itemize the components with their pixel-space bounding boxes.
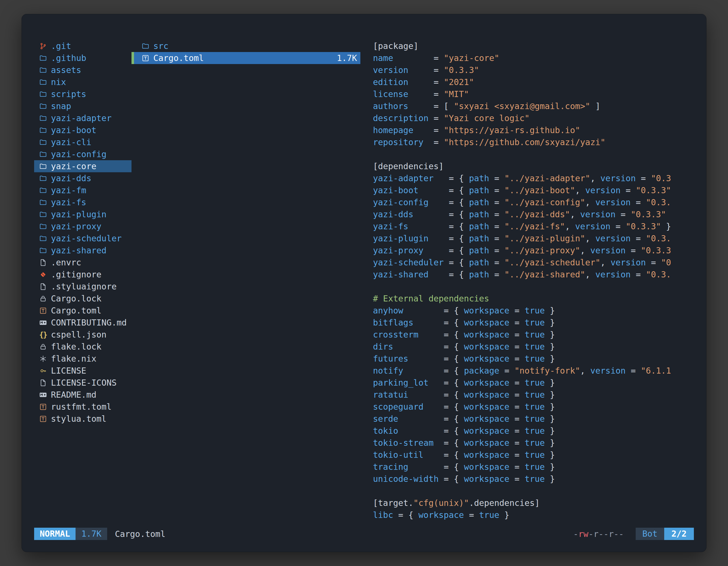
file-name: .gitignore: [51, 270, 102, 280]
position-label-badge: Bot: [636, 528, 664, 540]
toml-icon: [141, 54, 150, 63]
parent-row-yazi-shared[interactable]: yazi-shared: [34, 245, 131, 257]
folder-icon: [39, 150, 48, 159]
parent-row-.git[interactable]: .git: [34, 40, 131, 52]
file-name: CONTRIBUTING.md: [51, 318, 127, 327]
parent-row-yazi-fs[interactable]: yazi-fs: [34, 196, 131, 208]
git-icon: [39, 270, 48, 279]
current-row-src[interactable]: src: [131, 40, 360, 52]
file-name: yazi-config: [51, 149, 107, 159]
parent-row-yazi-fm[interactable]: yazi-fm: [34, 184, 131, 196]
parent-row-yazi-dds[interactable]: yazi-dds: [34, 172, 131, 184]
preview-line: homepage = "https://yazi-rs.github.io": [373, 124, 694, 136]
toml-icon: [39, 402, 48, 411]
folder-icon: [39, 114, 48, 123]
parent-row-yazi-boot[interactable]: yazi-boot: [34, 124, 131, 136]
preview-line: license = "MIT": [373, 88, 694, 100]
preview-line: description = "Yazi core logic": [373, 112, 694, 124]
lock-icon: [39, 294, 48, 303]
parent-row-README.md[interactable]: README.md: [34, 389, 131, 401]
parent-row-.envrc[interactable]: .envrc: [34, 257, 131, 269]
parent-row-Cargo.toml[interactable]: Cargo.toml: [34, 304, 131, 316]
folder-icon: [39, 222, 48, 231]
parent-row-cspell.json[interactable]: {}cspell.json: [34, 328, 131, 340]
preview-line: yazi-boot = { path = "../yazi-boot", ver…: [373, 184, 694, 196]
parent-row-stylua.toml[interactable]: stylua.toml: [34, 413, 131, 425]
file-name: yazi-shared: [51, 246, 107, 255]
parent-row-LICENSE[interactable]: LICENSE: [34, 365, 131, 377]
nix-icon: [39, 354, 48, 363]
preview-line: yazi-shared = { path = "../yazi-shared",…: [373, 269, 694, 281]
parent-row-CONTRIBUTING.md[interactable]: CONTRIBUTING.md: [34, 316, 131, 328]
parent-row-snap[interactable]: snap: [34, 100, 131, 112]
file-name: yazi-core: [51, 161, 97, 171]
parent-row-yazi-adapter[interactable]: yazi-adapter: [34, 112, 131, 124]
preview-line: anyhow = { workspace = true }: [373, 304, 694, 316]
file-name: rustfmt.toml: [51, 402, 112, 412]
parent-row-rustfmt.toml[interactable]: rustfmt.toml: [34, 401, 131, 413]
current-row-Cargo.toml[interactable]: Cargo.toml1.7K: [131, 52, 360, 64]
hover-marker: [131, 52, 134, 64]
preview-line: [package]: [373, 40, 694, 52]
status-right-group: -rw-r--r-- Bot 2/2: [573, 528, 694, 540]
lock-icon: [39, 342, 48, 351]
parent-row-Cargo.lock[interactable]: Cargo.lock: [34, 292, 131, 304]
parent-row-yazi-core[interactable]: yazi-core: [34, 160, 131, 172]
preview-line: tracing = { workspace = true }: [373, 461, 694, 473]
parent-row-flake.nix[interactable]: flake.nix: [34, 353, 131, 365]
folder-icon: [39, 210, 48, 219]
preview-line: [target."cfg(unix)".dependencies]: [373, 497, 694, 509]
parent-row-scripts[interactable]: scripts: [34, 88, 131, 100]
parent-row-.styluaignore[interactable]: .styluaignore: [34, 281, 131, 292]
file-icon: [39, 378, 48, 387]
parent-row-assets[interactable]: assets: [34, 64, 131, 76]
gitfolder-icon: [39, 42, 48, 51]
folder-icon: [39, 102, 48, 111]
toml-icon: [39, 306, 48, 315]
file-name: Cargo.lock: [51, 293, 102, 303]
preview-line: futures = { workspace = true }: [373, 353, 694, 365]
parent-directory-panel: .git.githubassetsnixscriptssnapyazi-adap…: [34, 40, 131, 425]
parent-row-.gitignore[interactable]: .gitignore: [34, 269, 131, 281]
preview-line: tokio-stream = { workspace = true }: [373, 437, 694, 449]
preview-line: yazi-config = { path = "../yazi-config",…: [373, 196, 694, 208]
parent-row-yazi-proxy[interactable]: yazi-proxy: [34, 220, 131, 233]
parent-row-nix[interactable]: nix: [34, 76, 131, 88]
file-name: .envrc: [51, 258, 81, 267]
current-directory-panel: srcCargo.toml1.7K: [131, 40, 360, 64]
file-icon: [39, 258, 48, 267]
file-name: README.md: [51, 390, 97, 400]
file-name: Cargo.toml: [51, 305, 102, 315]
parent-row-yazi-plugin[interactable]: yazi-plugin: [34, 208, 131, 220]
parent-row-LICENSE-ICONS[interactable]: LICENSE-ICONS: [34, 377, 131, 389]
file-size: 1.7K: [337, 53, 357, 63]
parent-row-.github[interactable]: .github: [34, 52, 131, 64]
toml-icon: [39, 414, 48, 423]
license-icon: [39, 366, 48, 375]
folder-icon: [39, 246, 48, 255]
folder-icon: [39, 162, 48, 171]
preview-line: yazi-fs = { path = "../yazi-fs", version…: [373, 220, 694, 233]
preview-line: ratatui = { workspace = true }: [373, 389, 694, 401]
mode-badge: NORMAL: [34, 528, 76, 540]
terminal-window: .git.githubassetsnixscriptssnapyazi-adap…: [22, 14, 706, 552]
parent-row-flake.lock[interactable]: flake.lock: [34, 340, 131, 353]
preview-line: [373, 281, 694, 292]
preview-line: [373, 148, 694, 160]
file-name: Cargo.toml: [153, 53, 204, 63]
folder-icon: [39, 90, 48, 99]
parent-row-yazi-config[interactable]: yazi-config: [34, 148, 131, 160]
file-name: cspell.json: [51, 330, 107, 339]
file-name: yazi-plugin: [51, 210, 107, 219]
status-bar: NORMAL 1.7K Cargo.toml -rw-r--r-- Bot 2/…: [34, 528, 694, 540]
parent-row-yazi-cli[interactable]: yazi-cli: [34, 136, 131, 148]
file-name: flake.nix: [51, 354, 97, 363]
preview-line: tokio-util = { workspace = true }: [373, 449, 694, 461]
file-permissions: -rw-r--r--: [573, 529, 624, 539]
preview-line: yazi-scheduler = { path = "../yazi-sched…: [373, 257, 694, 269]
folder-icon: [39, 126, 48, 135]
file-name: yazi-fs: [51, 198, 86, 207]
preview-line: bitflags = { workspace = true }: [373, 316, 694, 328]
parent-row-yazi-scheduler[interactable]: yazi-scheduler: [34, 233, 131, 245]
file-name: yazi-cli: [51, 137, 91, 147]
